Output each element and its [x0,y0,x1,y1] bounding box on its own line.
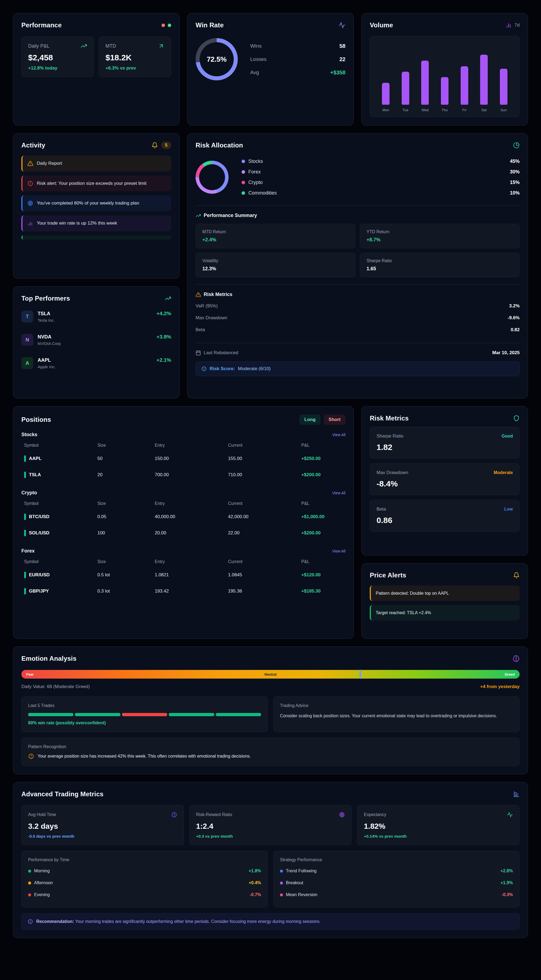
mean-reversion-row: Mean Reversion -0.3% [280,889,513,901]
position-size: 20 [97,472,155,477]
position-pnl: +$200.00 [301,472,343,477]
col-pnl: P&L [301,559,343,564]
beta-value: 0.82 [511,327,520,332]
recommendation-banner: Recommendation: Your morning trades are … [21,913,520,930]
status-badge: Good [501,434,513,439]
trade-result-segment [28,713,73,716]
activity-item-weekly-plan[interactable]: You've completed 80% of your weekly trad… [21,195,171,211]
sharpe-ratio-value: 1.65 [366,266,513,272]
strategy-name: Trend Following [286,869,317,873]
losses-label: Losses [250,56,266,62]
activity-pulse-icon [338,22,345,29]
performance-title: Performance [21,21,62,29]
performer-name: Tesla Inc. [38,318,55,323]
delta-from-yesterday: +4 from yesterday [480,684,520,689]
trade-result-segment [122,713,167,716]
avg-hold-time-change: -0.5 days vs prev month [28,834,177,838]
alert-triangle-icon [196,292,201,298]
last-rebalanced-label: Last Rebalanced [204,350,238,356]
performance-by-time-box: Performance by Time Morning +1.8% Aftern… [21,851,268,907]
bell-icon[interactable] [513,572,520,579]
view-all-link[interactable]: View All [332,549,345,553]
group-name: Forex [21,548,35,554]
activity-item-clipped[interactable] [21,235,171,239]
performer-name: Apple Inc. [38,364,56,369]
alert-triangle-icon [27,160,33,166]
view-all-link[interactable]: View All [332,491,345,495]
performance-summary-title: Performance Summary [204,213,257,218]
green-dot-icon [168,24,171,27]
avg-row: Avg +$358 [250,66,345,79]
activity-item-daily-report[interactable]: Daily Report [21,156,171,172]
target-icon [339,812,345,818]
table-row[interactable]: AAPL 50 150.00 155.00 +$250.00 [21,450,345,467]
group-name: Crypto [21,490,37,496]
alert-text: Target reached: TSLA +2.4% [376,609,431,616]
risk-score-banner: Risk Score: Moderate (6/10) [196,361,520,376]
table-row[interactable]: EUR/USD 0.5 lot 1.0821 1.0845 +$120.00 [21,567,345,583]
table-row[interactable]: TSLA 20 700.00 710.00 +$200.00 [21,467,345,483]
mean-reversion-dot-icon [280,893,283,896]
shield-icon [513,415,520,422]
last-5-trades-label: Last 5 Trades [28,703,261,708]
bell-icon[interactable] [151,142,158,148]
volatility-value: 12.3% [202,266,348,272]
table-row[interactable]: BTC/USD 0.05 40,000.00 42,000.00 +$1,000… [21,509,345,525]
table-row[interactable]: GBP/JPY 0.3 lot 193.42 195.36 +$185.30 [21,583,345,599]
long-filter-button[interactable]: Long [299,415,321,425]
alert-target-reached[interactable]: Target reached: TSLA +2.4% [370,605,520,620]
volume-bar [441,77,449,105]
mtd-return-value: +2.4% [202,237,348,243]
volatility-box: Volatility 12.3% [196,253,355,277]
position-symbol: BTC/USD [29,514,49,520]
metric-label: Max Drawdown [377,470,408,476]
activity-item-risk-alert[interactable]: Risk alert: Your position size exceeds y… [21,176,171,192]
pattern-recognition-label: Pattern Recognition [28,745,513,749]
brain-icon [512,655,520,662]
last-rebalanced-row: Last Rebalanced Mar 10, 2025 [196,350,520,356]
performer-row-nvda[interactable]: N NVDA NVIDIA Corp +3.8% [21,328,171,352]
volume-bar [480,55,488,105]
col-size: Size [97,443,155,448]
expectancy-value: 1.82% [364,822,513,830]
positions-card: Positions Long Short Stocks View All Sym… [13,406,354,639]
position-size: 50 [97,456,155,461]
sharpe-ratio-label: Sharpe Ratio [366,258,513,263]
activity-item-win-rate-up[interactable]: Your trade win rate is up 12% this week [21,215,171,231]
performer-row-tsla[interactable]: T TSLA Tesla Inc. +4.2% [21,305,171,328]
beta-label: Beta [196,327,205,332]
position-current: 1.0845 [228,572,301,578]
losses-row: Losses 22 [250,53,345,66]
evening-dot-icon [28,893,31,896]
sharpe-ratio-box: Sharpe Ratio 1.65 [360,253,520,277]
col-size: Size [97,501,155,506]
activity-title: Activity [21,142,45,149]
status-badge: Low [504,507,513,512]
volatility-label: Volatility [202,258,348,263]
wins-label: Wins [250,43,262,49]
avg-value: +$358 [330,70,345,76]
legend-percent: 45% [510,159,520,164]
alert-pattern-detected[interactable]: Pattern detected: Double top on AAPL [370,585,520,601]
red-dot-icon [161,24,165,27]
position-current: 155.00 [228,456,301,461]
performer-row-aapl[interactable]: A AAPL Apple Inc. +2.1% [21,352,171,375]
forex-dot-icon [242,170,245,174]
daily-pnl-stat: Daily P&L $2,458 +12.8% today [21,37,94,77]
col-current: Current [228,501,301,506]
performance-card: Performance Daily P&L $2,458 +12.8% toda… [13,13,180,126]
col-symbol: Symbol [24,501,97,506]
table-row[interactable]: SOL/USD 100 20.00 22.00 +$200.00 [21,525,345,541]
strategy-value: +1.9% [500,880,513,885]
gauge-marker[interactable] [360,670,361,679]
last-rebalanced-date: Mar 10, 2025 [492,350,520,356]
col-symbol: Symbol [24,443,97,448]
win-rate-stats: Wins 58 Losses 22 Avg +$358 [250,40,345,79]
mtd-return-label: MTD Return [202,229,348,234]
fear-label: Fear [26,672,33,676]
legend-percent: 30% [510,169,520,175]
view-all-link[interactable]: View All [332,433,345,437]
long-indicator-pill [24,572,26,578]
wins-row: Wins 58 [250,40,345,53]
short-filter-button[interactable]: Short [324,415,345,425]
